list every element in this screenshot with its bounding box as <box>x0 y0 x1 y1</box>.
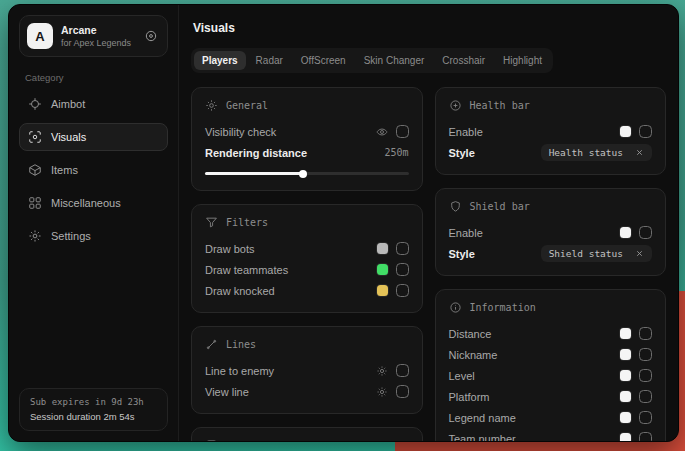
package-icon <box>28 163 42 177</box>
shield-bar-header: Shield bar <box>449 200 653 213</box>
platform-label: Platform <box>449 391 490 403</box>
sidebar: A Arcane for Apex Legends Category Aimbo… <box>9 5 179 441</box>
eye-scan-icon <box>28 130 42 144</box>
health-bar-card: Health bar Enable Style Health s <box>435 87 667 175</box>
view-line-row: View line <box>205 381 409 402</box>
nickname-checkbox[interactable] <box>639 348 652 361</box>
level-color-swatch[interactable] <box>620 370 631 381</box>
shield-style-row: Style Shield status <box>449 243 653 264</box>
nickname-color-swatch[interactable] <box>620 349 631 360</box>
health-plus-icon <box>449 99 462 112</box>
visibility-check-checkbox[interactable] <box>396 125 409 138</box>
draw-bots-color-swatch[interactable] <box>377 243 388 254</box>
gear-icon[interactable] <box>376 386 388 398</box>
distance-label: Distance <box>449 328 492 340</box>
gear-icon[interactable] <box>376 365 388 377</box>
distance-row: Distance <box>449 323 653 344</box>
legend-name-label: Legend name <box>449 412 516 424</box>
draw-teammates-color-swatch[interactable] <box>377 264 388 275</box>
draw-bots-row: Draw bots <box>205 238 409 259</box>
shield-enable-color-swatch[interactable] <box>620 227 631 238</box>
sidebar-item-aimbot[interactable]: Aimbot <box>19 90 168 118</box>
platform-color-swatch[interactable] <box>620 391 631 402</box>
tab-players[interactable]: Players <box>194 51 246 70</box>
tab-highlight[interactable]: Highlight <box>495 51 550 70</box>
sidebar-item-label: Settings <box>51 230 91 242</box>
shield-enable-checkbox[interactable] <box>639 226 652 239</box>
filters-header: Filters <box>205 216 409 229</box>
page-title: Visuals <box>193 21 664 35</box>
box-icon <box>205 439 218 441</box>
sidebar-item-items[interactable]: Items <box>19 156 168 184</box>
brand-subtitle: for Apex Legends <box>61 38 131 48</box>
sidebar-item-label: Visuals <box>51 131 86 143</box>
box-title: Box <box>226 440 244 441</box>
category-label: Category <box>25 72 162 83</box>
shield-enable-row: Enable <box>449 222 653 243</box>
general-card: General Visibility check Rendering dista… <box>191 87 423 191</box>
draw-knocked-checkbox[interactable] <box>396 284 409 297</box>
distance-checkbox[interactable] <box>639 327 652 340</box>
general-title: General <box>226 100 268 111</box>
draw-knocked-color-swatch[interactable] <box>377 285 388 296</box>
lines-card: Lines Line to enemy View line <box>191 326 423 414</box>
level-label: Level <box>449 370 475 382</box>
shield-bar-card: Shield bar Enable Style Shield s <box>435 188 667 276</box>
health-style-label: Style <box>449 147 475 159</box>
rendering-distance-label: Rendering distance <box>205 147 307 159</box>
tab-radar[interactable]: Radar <box>248 51 291 70</box>
level-checkbox[interactable] <box>639 369 652 382</box>
shield-style-select[interactable]: Shield status <box>541 245 652 262</box>
visibility-check-label: Visibility check <box>205 126 276 138</box>
lines-header: Lines <box>205 338 409 351</box>
target-icon[interactable] <box>144 29 158 43</box>
view-line-label: View line <box>205 386 249 398</box>
slider-fill <box>205 172 303 175</box>
tab-crosshair[interactable]: Crosshair <box>434 51 493 70</box>
draw-teammates-checkbox[interactable] <box>396 263 409 276</box>
platform-checkbox[interactable] <box>639 390 652 403</box>
right-column: Health bar Enable Style Health s <box>435 87 667 441</box>
sidebar-item-visuals[interactable]: Visuals <box>19 123 168 151</box>
brand-text: Arcane for Apex Legends <box>61 24 131 48</box>
information-header: Information <box>449 301 653 314</box>
tab-bar: Players Radar OffScreen Skin Changer Cro… <box>191 48 553 73</box>
view-line-checkbox[interactable] <box>396 385 409 398</box>
team-number-color-swatch[interactable] <box>620 433 631 441</box>
brand-card: A Arcane for Apex Legends <box>19 15 168 57</box>
legend-name-checkbox[interactable] <box>639 411 652 424</box>
draw-teammates-label: Draw teammates <box>205 264 288 276</box>
sidebar-item-label: Items <box>51 164 78 176</box>
box-card: Box Enable Enable background <box>191 427 423 441</box>
app-window: A Arcane for Apex Legends Category Aimbo… <box>8 4 679 442</box>
distance-color-swatch[interactable] <box>620 328 631 339</box>
sidebar-item-settings[interactable]: Settings <box>19 222 168 250</box>
sub-expires-text: Sub expires in 9d 23h <box>30 397 157 407</box>
tab-skin-changer[interactable]: Skin Changer <box>356 51 433 70</box>
team-number-row: Team number <box>449 428 653 441</box>
line-to-enemy-checkbox[interactable] <box>396 364 409 377</box>
rendering-distance-slider[interactable] <box>205 168 409 179</box>
team-number-checkbox[interactable] <box>639 432 652 441</box>
health-style-select[interactable]: Health status <box>541 144 652 161</box>
info-icon <box>449 301 462 314</box>
line-to-enemy-row: Line to enemy <box>205 360 409 381</box>
close-icon[interactable] <box>635 249 644 258</box>
sidebar-item-miscellaneous[interactable]: Miscellaneous <box>19 189 168 217</box>
shield-icon <box>449 200 462 213</box>
general-header: General <box>205 99 409 112</box>
slider-thumb[interactable] <box>299 170 307 178</box>
draw-bots-checkbox[interactable] <box>396 242 409 255</box>
legend-name-row: Legend name <box>449 407 653 428</box>
close-icon[interactable] <box>635 148 644 157</box>
health-enable-color-swatch[interactable] <box>620 126 631 137</box>
health-enable-label: Enable <box>449 126 483 138</box>
line-icon <box>205 338 218 351</box>
eye-icon[interactable] <box>376 126 388 138</box>
draw-bots-label: Draw bots <box>205 243 255 255</box>
legend-name-color-swatch[interactable] <box>620 412 631 423</box>
rendering-distance-row: Rendering distance 250m <box>205 142 409 163</box>
health-enable-row: Enable <box>449 121 653 142</box>
tab-offscreen[interactable]: OffScreen <box>293 51 354 70</box>
health-enable-checkbox[interactable] <box>639 125 652 138</box>
